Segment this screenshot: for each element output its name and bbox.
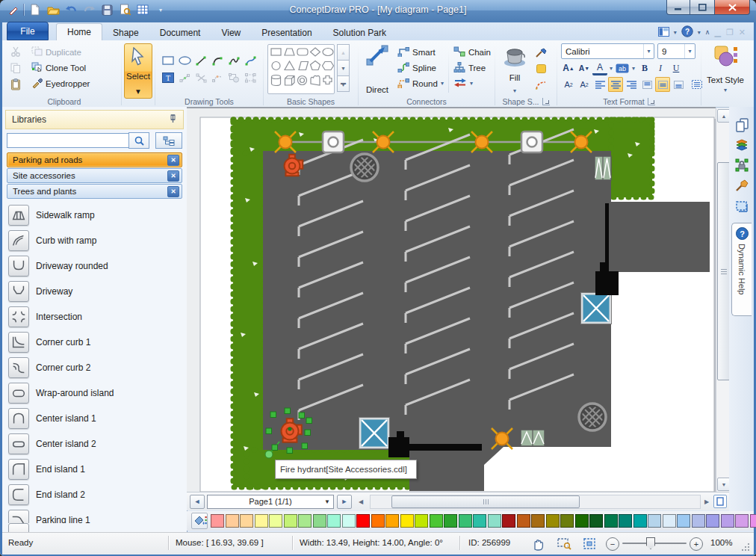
grate-panel-top[interactable] [595,156,611,180]
library-bar-site-accessories[interactable]: Site accessories✕ [7,168,182,183]
fill-button[interactable]: Fill ▾ [496,43,533,96]
palette-swatch[interactable] [560,514,574,528]
horizontal-scrollbar[interactable] [370,495,701,509]
dialog-launcher-icon[interactable] [542,98,550,105]
font-family-select[interactable]: Calibri▾ [561,43,654,59]
paste-icon[interactable] [8,77,23,92]
palette-swatch[interactable] [327,514,341,528]
tab-view[interactable]: View [211,25,251,40]
shape-item-driveway-rounded[interactable]: Driveway rounded [8,253,187,279]
font-size-select[interactable]: 9▾ [657,43,695,59]
shape-item-driveway[interactable]: Driveway [8,279,187,304]
palette-swatch[interactable] [415,514,428,528]
spline-connector-button[interactable]: Spline [395,60,446,75]
arc-tool-icon[interactable] [210,53,225,68]
shape-item-end-island-2[interactable]: End island 2 [8,482,187,507]
chain-connector-button[interactable]: Chain [451,44,493,60]
line-tool-icon[interactable] [193,53,208,68]
shape-item-intersection[interactable]: Intersection [8,304,187,330]
palette-swatch[interactable] [706,514,719,528]
palette-swatch[interactable] [619,514,632,528]
dialog-launcher-icon[interactable] [648,98,655,105]
duplicate-button[interactable]: Duplicate [29,44,92,60]
diagram-canvas[interactable]: Fire hydrant[Site Accessories.cdl] [187,107,716,493]
palette-swatch[interactable] [473,514,486,528]
swap-connector-button[interactable]: ▾ [451,75,493,91]
valign-bottom-button[interactable] [671,77,686,92]
fit-page-icon[interactable] [580,536,598,552]
copy-icon[interactable] [8,61,23,75]
tab-presentation[interactable]: Presentation [251,25,322,40]
rectangle-tool-icon[interactable] [161,53,176,68]
dynamic-help-tab[interactable]: ? Dynamic Help [731,223,752,316]
close-library-icon[interactable]: ✕ [167,155,179,166]
hscroll-right-icon[interactable]: ▶ [702,498,711,505]
line-color-brush-icon[interactable] [533,45,548,60]
utility-box[interactable] [521,132,542,152]
zoom-slider-thumb[interactable] [646,537,655,549]
size-panel-icon[interactable] [733,197,751,214]
search-button[interactable] [128,132,149,149]
page-fit-icon[interactable] [713,495,727,508]
highlight-button[interactable]: ab [615,61,630,75]
crossed-box-marker[interactable] [359,418,390,449]
text-style-button[interactable]: Text Style ▾ [702,43,749,96]
palette-swatch[interactable] [385,514,399,528]
close-button[interactable] [714,0,750,15]
next-page-button[interactable]: ► [337,495,352,509]
pin-icon[interactable] [169,114,177,126]
paint-bucket-icon[interactable] [191,513,208,529]
palette-swatch[interactable] [589,514,603,528]
zoom-in-button[interactable]: + [690,537,703,551]
palette-swatch[interactable] [677,514,690,528]
shape-item-sidewalk-ramp[interactable]: Sidewalk ramp [8,203,187,228]
palette-swatch[interactable] [284,514,297,528]
palette-swatch[interactable] [692,514,705,528]
grate-panel-bottom[interactable] [521,430,545,446]
text-tool-icon[interactable]: T [161,70,176,85]
basic-shapes-grid[interactable] [267,44,335,94]
shape-item-center-island-2[interactable]: Center island 2 [8,431,187,457]
hscroll-left-icon[interactable]: ◀ [356,498,365,505]
file-menu-button[interactable]: File [7,22,49,40]
palette-swatch[interactable] [633,514,647,528]
palette-swatch[interactable] [356,514,370,528]
lock-panel-icon[interactable] [733,156,751,174]
library-search-input[interactable] [7,133,128,148]
align-center-button[interactable] [608,77,623,92]
help-icon[interactable]: ? [681,25,693,39]
grow-font-button[interactable]: A▲ [561,61,576,75]
palette-swatch[interactable] [531,514,545,528]
shape-item-end-island-1[interactable]: End island 1 [8,457,187,482]
shape-item-wrap-around-island[interactable]: Wrap-around island [8,380,187,406]
palette-swatch[interactable] [488,514,501,528]
shape-item-corner-curb-2[interactable]: Corner curb 2 [8,355,187,380]
palette-swatch[interactable] [604,514,618,528]
layers-panel-icon[interactable] [733,136,751,154]
shapes-scroll-up-icon[interactable]: ▲ [337,44,350,61]
cut-icon[interactable] [8,44,23,59]
palette-swatch[interactable] [211,514,224,528]
palette-swatch[interactable] [342,514,356,528]
clone-tool-button[interactable]: Clone Tool [29,60,92,75]
shapes-scroll-down-icon[interactable]: ▼ [337,60,350,76]
help-dropdown-icon[interactable]: ▾ [698,29,701,36]
align-right-button[interactable] [624,77,639,92]
palette-swatch[interactable] [313,514,326,528]
palette-swatch[interactable] [240,514,253,528]
eyedropper-button[interactable]: Eyedropper [29,75,92,91]
tab-document[interactable]: Document [149,25,211,40]
group-shapes-icon[interactable] [226,70,241,85]
library-bar-trees-and-plants[interactable]: Trees and plants✕ [7,184,182,199]
node-edit-icon[interactable] [177,70,192,85]
valign-top-button[interactable] [639,77,654,92]
palette-swatch[interactable] [502,514,515,528]
ungroup-shapes-icon[interactable] [243,70,258,85]
pages-panel-icon[interactable] [733,116,751,134]
italic-button[interactable]: I [653,61,668,75]
page-selector[interactable]: Page1 (1/1)▼ [207,495,334,509]
font-color-button[interactable]: A [592,61,607,75]
palette-swatch[interactable] [444,514,457,528]
palette-swatch[interactable] [255,514,268,528]
palette-swatch[interactable] [663,514,676,528]
